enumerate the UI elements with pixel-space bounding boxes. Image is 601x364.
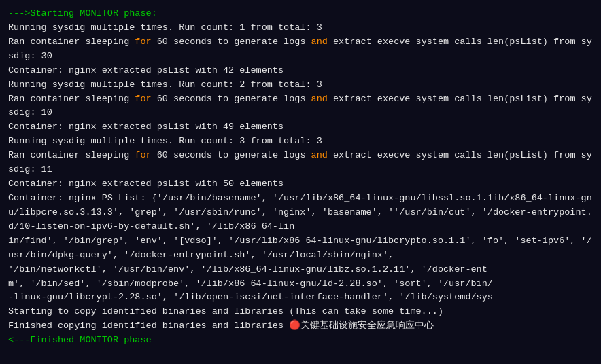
terminal-line: Ran container sleeping for 60 seconds to… (8, 149, 593, 177)
terminal-line: Ran container sleeping for 60 seconds to… (8, 35, 593, 64)
terminal-line: --->Starting MONITOR phase: (8, 7, 593, 21)
line-text: -linux-gnu/libcrypt-2.28.so', '/lib/open… (8, 292, 493, 302)
terminal-line: '/bin/networkctl', '/usr/bin/env', '/lib… (8, 263, 593, 277)
terminal-line: Running sysdig multiple times. Run count… (8, 134, 593, 149)
terminal-line: Finished copying identified binaries and… (8, 319, 593, 333)
line-text: Running sysdig multiple times. Run count… (8, 79, 322, 90)
line-text: in/find', '/bin/grep', 'env', '[vdso]', … (8, 236, 592, 260)
watermark: 🔴关键基础设施安全应急响应中心 (289, 321, 434, 331)
line-text: Ran container sleeping for 60 seconds to… (8, 150, 592, 175)
line-text: Running sysdig multiple times. Run count… (8, 22, 322, 33)
terminal-line: -linux-gnu/libcrypt-2.28.so', '/lib/open… (8, 291, 593, 305)
terminal-line: Starting to copy identified binaries and… (8, 305, 593, 319)
line-text: Ran container sleeping for 60 seconds to… (8, 37, 592, 61)
keyword-for: for (135, 37, 151, 47)
keyword-and: and (311, 94, 328, 104)
keyword-for: for (135, 94, 151, 104)
keyword-for: for (135, 150, 151, 160)
line-text: Starting to copy identified binaries and… (8, 306, 443, 316)
line-text: <---Finished MONITOR phase (8, 335, 152, 345)
line-text: Finished copying identified binaries and… (8, 321, 434, 331)
terminal-line: Container: nginx extracted psList with 4… (8, 120, 593, 134)
terminal-line: Container: nginx extracted psList with 4… (8, 64, 593, 78)
line-text: --->Starting MONITOR phase: (8, 8, 157, 18)
line-text: Running sysdig multiple times. Run count… (8, 136, 322, 146)
line-text: m', '/bin/sed', '/sbin/modprobe', '/lib/… (8, 278, 493, 289)
line-text: Container: nginx extracted psList with 4… (8, 122, 284, 132)
terminal-line: Running sysdig multiple times. Run count… (8, 78, 593, 92)
terminal-line: Container: nginx PS List: {'/usr/bin/bas… (8, 192, 593, 234)
line-text: Container: nginx extracted psList with 4… (8, 65, 284, 75)
line-text: Container: nginx extracted psList with 5… (8, 179, 284, 189)
terminal-line: Ran container sleeping for 60 seconds to… (8, 92, 593, 121)
terminal-line: in/find', '/bin/grep', 'env', '[vdso]', … (8, 234, 593, 263)
terminal-line: <---Finished MONITOR phase (8, 333, 593, 348)
keyword-and: and (311, 37, 328, 47)
keyword-and: and (311, 150, 328, 160)
terminal-line: m', '/bin/sed', '/sbin/modprobe', '/lib/… (8, 277, 593, 291)
terminal-line: Running sysdig multiple times. Run count… (8, 21, 593, 35)
line-text: Container: nginx PS List: {'/usr/bin/bas… (8, 193, 592, 232)
terminal-line: Container: nginx extracted psList with 5… (8, 177, 593, 192)
terminal-window: --->Starting MONITOR phase: Running sysd… (0, 0, 601, 364)
line-text: Ran container sleeping for 60 seconds to… (8, 94, 592, 118)
line-text: '/bin/networkctl', '/usr/bin/env', '/lib… (8, 264, 487, 274)
